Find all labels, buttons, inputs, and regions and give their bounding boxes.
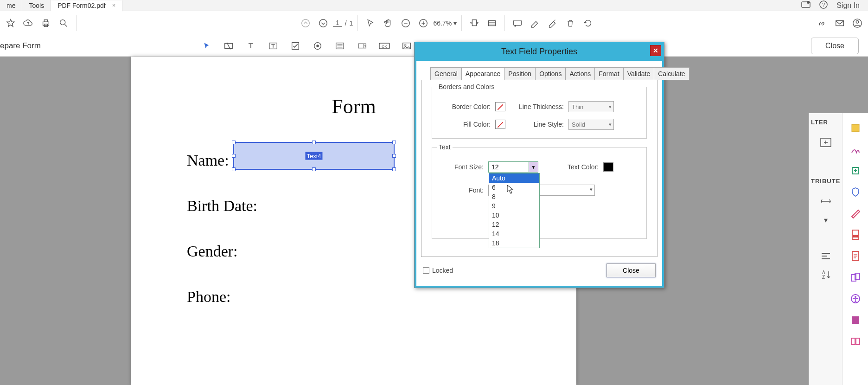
- profile-icon[interactable]: [849, 15, 865, 31]
- resize-handle[interactable]: [232, 167, 236, 171]
- hand-tool-icon[interactable]: [380, 15, 396, 31]
- page-current[interactable]: 1: [333, 19, 342, 27]
- resize-handle[interactable]: [392, 141, 396, 144]
- search-icon[interactable]: [56, 15, 71, 31]
- dialog-tabs: General Appearance Position Options Acti…: [430, 67, 657, 80]
- comment-icon[interactable]: [510, 15, 525, 31]
- tab-appearance[interactable]: Appearance: [461, 67, 505, 80]
- app-tabstrip: me Tools PDF Form02.pdf × ? Sign In: [0, 0, 868, 11]
- combine-icon[interactable]: [849, 271, 862, 284]
- prepare-form-close-button[interactable]: Close: [811, 38, 859, 54]
- selected-text-field[interactable]: Text4: [233, 142, 395, 170]
- more-tool-icon[interactable]: [849, 314, 862, 327]
- checkbox-tool-icon[interactable]: [287, 38, 303, 54]
- text-field-tool-icon[interactable]: [221, 38, 236, 54]
- tab-position[interactable]: Position: [504, 67, 536, 80]
- align-icon[interactable]: [817, 249, 835, 263]
- sign-in-link[interactable]: Sign In: [836, 1, 860, 10]
- dropdown-tool-icon[interactable]: [354, 38, 370, 54]
- svg-rect-14: [514, 20, 522, 25]
- border-color-button[interactable]: [495, 102, 505, 111]
- print-icon[interactable]: [38, 15, 54, 31]
- sort-icon[interactable]: AZ: [817, 267, 835, 282]
- svg-text:?: ?: [822, 2, 825, 7]
- font-size-option[interactable]: 9: [489, 201, 539, 211]
- font-size-option[interactable]: 12: [489, 220, 539, 229]
- rotate-icon[interactable]: [580, 15, 596, 31]
- fields-panel: LTER TRIBUTE ▾ AZ: [809, 113, 842, 385]
- dialog-titlebar[interactable]: Text Field Properties ✕: [415, 42, 664, 61]
- highlight-icon[interactable]: [527, 15, 543, 31]
- page-up-icon[interactable]: [298, 15, 313, 31]
- tab-tools[interactable]: Tools: [22, 0, 51, 11]
- star-icon[interactable]: [3, 15, 19, 31]
- fit-page-icon[interactable]: [484, 15, 500, 31]
- page-down-icon[interactable]: [315, 15, 331, 31]
- create-pdf-icon[interactable]: [849, 228, 862, 241]
- tab-options[interactable]: Options: [535, 67, 566, 80]
- resize-handle[interactable]: [232, 141, 236, 144]
- checkbox-box[interactable]: [423, 267, 429, 274]
- email-icon[interactable]: [832, 15, 848, 31]
- font-size-option[interactable]: 6: [489, 183, 539, 192]
- resize-handle[interactable]: [392, 167, 396, 171]
- accessibility-icon[interactable]: [849, 292, 862, 305]
- line-style-select[interactable]: Solid: [568, 119, 614, 130]
- delete-icon[interactable]: [562, 15, 578, 31]
- font-size-option[interactable]: 14: [489, 229, 539, 238]
- help-icon[interactable]: ?: [819, 0, 828, 11]
- list-tool-icon[interactable]: [332, 38, 348, 54]
- dialog-close-x-button[interactable]: ✕: [650, 45, 661, 56]
- organize-icon[interactable]: [849, 335, 862, 348]
- locked-checkbox[interactable]: Locked: [423, 267, 453, 274]
- add-field-icon[interactable]: [817, 135, 835, 150]
- link-icon[interactable]: [814, 15, 830, 31]
- export-tool-icon[interactable]: [849, 164, 862, 177]
- chevron-down-icon[interactable]: ▾: [817, 212, 835, 227]
- font-size-option[interactable]: 18: [489, 238, 539, 248]
- redact-tool-icon[interactable]: [849, 207, 862, 220]
- text-color-button[interactable]: [603, 162, 613, 172]
- resize-handle[interactable]: [392, 154, 396, 158]
- resize-handle[interactable]: [312, 167, 316, 171]
- tab-calculate[interactable]: Calculate: [654, 67, 689, 80]
- button-tool-icon[interactable]: OK: [377, 38, 392, 54]
- sign-tool-icon[interactable]: [849, 143, 862, 156]
- zoom-out-icon[interactable]: [398, 15, 414, 31]
- text-box-tool-icon[interactable]: [265, 38, 281, 54]
- tab-home[interactable]: me: [0, 0, 22, 11]
- font-size-value: 12: [491, 163, 499, 171]
- dialog-close-button[interactable]: Close: [606, 263, 656, 277]
- resize-handle[interactable]: [232, 154, 236, 158]
- tab-document[interactable]: PDF Form02.pdf ×: [51, 0, 122, 12]
- font-size-option-auto[interactable]: Auto: [489, 173, 539, 183]
- selection-tool-icon[interactable]: [363, 15, 378, 31]
- edit-pdf-icon[interactable]: [849, 250, 862, 263]
- protect-tool-icon[interactable]: [849, 186, 862, 199]
- notifications-icon[interactable]: [801, 0, 811, 11]
- note-tool-icon[interactable]: [849, 122, 862, 135]
- radio-tool-icon[interactable]: [310, 38, 326, 54]
- tab-validate[interactable]: Validate: [623, 67, 655, 80]
- zoom-value: 66.7%: [433, 19, 452, 27]
- cloud-upload-icon[interactable]: [20, 15, 36, 31]
- font-size-combobox[interactable]: 12 ▼ Auto 6 8 9 10 12 14 18: [488, 161, 538, 173]
- line-thickness-select[interactable]: Thin: [568, 101, 614, 112]
- fit-width-icon[interactable]: [466, 15, 482, 31]
- close-tab-icon[interactable]: ×: [112, 2, 116, 9]
- tab-general[interactable]: General: [430, 67, 462, 80]
- fill-color-button[interactable]: [495, 120, 505, 129]
- pointer-tool-icon[interactable]: [198, 38, 214, 54]
- resize-handle[interactable]: [312, 141, 316, 144]
- image-tool-icon[interactable]: [399, 38, 415, 54]
- font-size-option[interactable]: 8: [489, 192, 539, 201]
- tab-actions[interactable]: Actions: [565, 67, 595, 80]
- chevron-down-icon[interactable]: ▼: [529, 162, 538, 172]
- zoom-level[interactable]: 66.7%▾: [433, 19, 457, 27]
- text-tool-icon[interactable]: [243, 38, 259, 54]
- tab-format[interactable]: Format: [594, 67, 623, 80]
- font-size-option[interactable]: 10: [489, 211, 539, 220]
- zoom-in-icon[interactable]: [415, 15, 431, 31]
- erase-icon[interactable]: [545, 15, 561, 31]
- distribute-icon[interactable]: [817, 194, 835, 209]
